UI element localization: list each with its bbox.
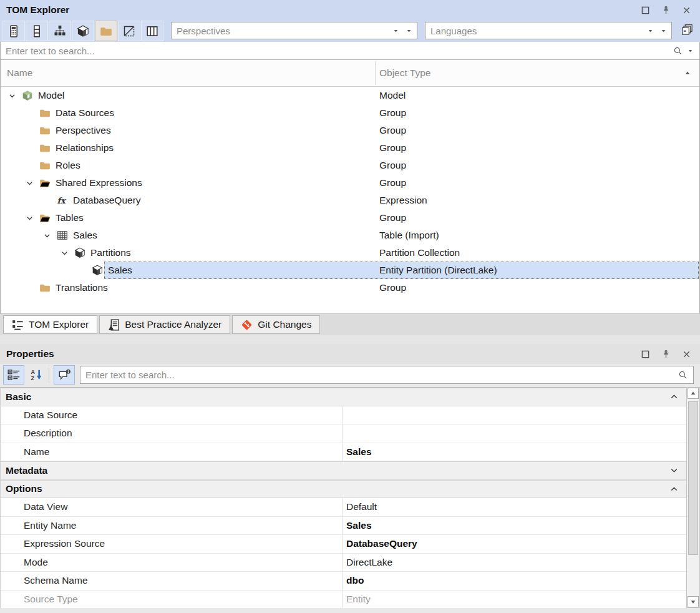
tree-row-partitions[interactable]: PartitionsPartition Collection [1,244,699,262]
metadata-columns-toggle[interactable] [141,21,163,41]
tab-label: Git Changes [258,319,311,330]
close-button[interactable] [679,346,694,361]
tom-explorer-tab-icon [12,319,24,331]
category-row-options[interactable]: Options [1,480,686,499]
object-type-cell: Table (Import) [379,230,439,241]
pin-button[interactable] [658,2,673,17]
chevron-down-icon [26,214,34,222]
tree-row-roles[interactable]: RolesGroup [1,157,699,174]
property-row-entity-name: Entity NameSales [1,517,686,536]
property-row-mode: ModeDirectLake [1,554,686,572]
categorized-view-button[interactable] [3,365,24,385]
hidden-objects-toggle[interactable] [118,21,140,41]
scroll-up-button[interactable] [688,388,699,399]
column-divider[interactable] [375,61,376,85]
tree-row-translations[interactable]: TranslationsGroup [1,279,699,297]
panel-title: TOM Explorer [6,4,69,16]
category-row-metadata[interactable]: Metadata [1,461,686,480]
scroll-down-button[interactable] [688,596,699,607]
tree-row-model[interactable]: ModelModel [1,87,699,104]
perspectives-combo[interactable]: Perspectives [171,22,417,39]
chevron-down-icon[interactable] [648,28,653,34]
languages-combo[interactable]: Languages [425,22,672,39]
tree-row-data-sources[interactable]: Data SourcesGroup [1,104,699,122]
maximize-icon [641,6,650,15]
property-value[interactable]: dbo [342,572,686,590]
expander-chevron-down-icon[interactable] [43,231,57,240]
expander-chevron-down-icon[interactable] [26,179,39,187]
tree-item-label: Data Sources [56,107,114,119]
property-grid-scrollbar[interactable] [686,387,700,608]
search-options-chevron-icon[interactable] [688,48,693,54]
property-value[interactable]: DatabaseQuery [342,535,686,553]
close-button[interactable] [679,2,694,17]
expander-chevron-down-icon[interactable] [8,91,22,100]
name-column-header[interactable]: Name [7,67,32,79]
partitions-toggle[interactable] [72,21,94,41]
property-label: Expression Source [1,538,105,549]
tom-explorer-panel: TOM Explorer Perspectives Languages [0,0,700,335]
property-value[interactable] [342,424,686,443]
chevron-up-icon[interactable] [669,484,679,494]
chevron-down-icon[interactable] [669,466,679,475]
folders-toggle[interactable] [95,21,117,41]
folder-open-icon [39,212,51,223]
property-value[interactable]: DirectLake [342,554,686,572]
tree-row-sales[interactable]: SalesTable (Import) [1,227,699,244]
tree-row-relationships[interactable]: RelationshipsGroup [1,139,699,157]
layout-windows-button[interactable] [679,22,695,39]
property-value[interactable]: Default [342,498,686,516]
cube-icon [77,25,89,37]
expander-placeholder [26,161,39,170]
panel-title: Properties [6,348,54,360]
search-icon[interactable] [673,46,683,56]
tree-row-shared-expressions[interactable]: Shared ExpressionsGroup [1,174,699,192]
tab-tom-explorer[interactable]: TOM Explorer [3,315,97,334]
tree-indent [1,200,43,201]
category-row-basic[interactable]: Basic [1,388,686,406]
tree-indent [1,96,8,96]
tree-item-label: Translations [56,282,108,293]
property-value[interactable]: Entity [342,591,686,609]
maximize-button[interactable] [638,2,653,17]
chevron-down-icon[interactable] [393,28,399,34]
object-type-cell: Group [379,142,406,154]
search-icon[interactable] [678,370,688,380]
tab-best-practice-analyzer[interactable]: Best Practice Analyzer [99,315,230,334]
column-icon [31,25,43,37]
property-value[interactable] [342,406,686,424]
hierarchies-toggle[interactable] [49,21,71,41]
object-type-cell: Group [379,160,406,171]
properties-search-input[interactable] [84,369,676,381]
tom-search-row [0,42,700,60]
columns-toggle[interactable] [26,21,48,41]
maximize-button[interactable] [638,346,653,361]
pin-icon [661,350,671,359]
scrollbar-thumb[interactable] [688,401,698,555]
chevron-down-icon[interactable] [406,28,412,34]
tab-git-changes[interactable]: Git Changes [232,315,320,334]
expander-placeholder [26,144,39,152]
tree-row-perspectives[interactable]: PerspectivesGroup [1,122,699,139]
tree-row-tables[interactable]: TablesGroup [1,209,699,227]
description-tooltip-button[interactable] [54,365,75,385]
toolbar-separator [49,368,49,383]
property-value[interactable]: Sales [342,443,686,461]
tom-search-input[interactable] [4,45,671,57]
fx-icon: fx [57,195,68,206]
tree-indent [1,270,78,271]
pin-button[interactable] [658,346,673,361]
tree-row-sales[interactable]: SalesEntity Partition (DirectLake) [1,262,699,279]
chevron-up-icon[interactable] [669,392,679,401]
measures-toggle[interactable] [2,21,25,41]
alphabetical-sort-button[interactable]: AZ [26,365,47,385]
property-label: Data View [1,501,67,512]
expander-chevron-down-icon[interactable] [26,213,39,222]
property-value[interactable]: Sales [342,517,686,535]
expander-chevron-down-icon[interactable] [61,248,74,257]
sort-ascending-icon[interactable] [684,70,691,76]
object-type-column-header[interactable]: Object Type [379,67,430,79]
tree-row-databasequery[interactable]: fxDatabaseQueryExpression [1,192,699,209]
chevron-down-icon[interactable] [661,28,666,34]
expander-placeholder [26,126,39,135]
